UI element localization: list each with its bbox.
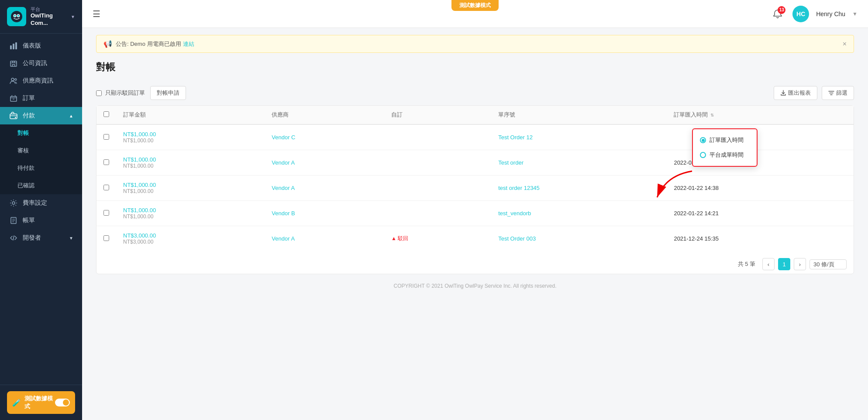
page-1-button[interactable]: 1 bbox=[778, 258, 790, 270]
rejected-filter-label[interactable]: 只顯示駁回訂單 bbox=[105, 89, 145, 97]
th-order-seq: 單序號 bbox=[491, 106, 667, 124]
sidebar-header[interactable]: 平台 OwlTing Com... ▼ bbox=[0, 0, 82, 34]
row-vendor-3[interactable]: Vendor A bbox=[265, 176, 384, 201]
row-order-4[interactable]: test_vendorb bbox=[491, 201, 667, 226]
announcement-close-button[interactable]: × bbox=[843, 40, 847, 48]
row-checkbox-5[interactable] bbox=[96, 226, 116, 251]
topbar-right: 13 HC Henry Chu ▼ bbox=[770, 6, 858, 22]
th-custom: 自訂 bbox=[384, 106, 491, 124]
pagination: 共 5 筆 ‹ 1 › 30 條/頁 50 條/頁 100 條/頁 bbox=[96, 251, 854, 274]
sidebar-item-confirmed[interactable]: 已確認 bbox=[0, 177, 82, 194]
svg-point-12 bbox=[15, 79, 17, 80]
row-order-1[interactable]: Test Order 12 bbox=[491, 124, 667, 150]
page-title: 對帳 bbox=[96, 61, 854, 74]
table-container: 訂單金額 供應商 自訂 單序號 訂單匯入時間 ⇅ bbox=[96, 105, 854, 274]
platform-label: 平台 bbox=[31, 6, 71, 12]
sidebar-item-reconciliation[interactable]: 對帳 bbox=[0, 124, 82, 142]
sort-icon[interactable]: ⇅ bbox=[710, 113, 714, 117]
svg-rect-8 bbox=[10, 61, 17, 66]
svg-rect-10 bbox=[14, 62, 15, 62]
row-order-2[interactable]: Test order bbox=[491, 150, 667, 176]
app-logo bbox=[7, 7, 26, 26]
filter-button[interactable]: 篩選 bbox=[822, 86, 854, 100]
sidebar: 平台 OwlTing Com... ▼ 儀表版 公司資訊 bbox=[0, 0, 82, 420]
row-custom-2 bbox=[384, 150, 491, 176]
row-amount-5: NT$3,000.00 NT$3,000.00 bbox=[116, 226, 265, 251]
sidebar-item-dashboard[interactable]: 儀表版 bbox=[0, 37, 82, 55]
row-vendor-4[interactable]: Vendor B bbox=[265, 201, 384, 226]
sort-option-platform-time[interactable]: 平台成單時間 bbox=[693, 148, 757, 162]
box-icon bbox=[9, 94, 18, 102]
row-checkbox-1[interactable] bbox=[96, 124, 116, 150]
sidebar-item-orders[interactable]: 訂單 bbox=[0, 90, 82, 107]
svg-point-3 bbox=[14, 15, 16, 17]
chevron-down-icon: ▼ bbox=[71, 14, 75, 19]
sidebar-item-review[interactable]: 審核 bbox=[0, 142, 82, 159]
sidebar-item-supplier-label: 供應商資訊 bbox=[23, 77, 53, 85]
wallet-icon bbox=[9, 112, 18, 120]
user-avatar[interactable]: HC bbox=[792, 6, 809, 22]
filter-button-label: 篩選 bbox=[836, 89, 847, 97]
sidebar-item-supplier[interactable]: 供應商資訊 bbox=[0, 72, 82, 90]
user-dropdown-icon[interactable]: ▼ bbox=[852, 11, 858, 17]
th-vendor: 供應商 bbox=[265, 106, 384, 124]
announcement-link[interactable]: 連結 bbox=[183, 40, 194, 48]
sidebar-item-developer-label: 開發者 bbox=[23, 234, 41, 242]
row-custom-5: ▲ 駁回 bbox=[384, 226, 491, 251]
svg-point-16 bbox=[12, 202, 15, 204]
topbar: ☰ 測試數據模式 13 HC Henry Chu ▼ bbox=[82, 0, 868, 28]
nav-sub-payment: 對帳 審核 待付款 已確認 bbox=[0, 124, 82, 194]
main-content: ☰ 測試數據模式 13 HC Henry Chu ▼ 📢 公告: Demo 用電… bbox=[82, 0, 868, 420]
row-vendor-5[interactable]: Vendor A bbox=[265, 226, 384, 251]
th-import-time[interactable]: 訂單匯入時間 ⇅ bbox=[667, 106, 854, 124]
company-name: OwlTing Com... bbox=[31, 12, 71, 27]
test-mode-toggle[interactable]: 🧪 測試數據模式 bbox=[7, 391, 75, 414]
th-checkbox bbox=[96, 106, 116, 124]
row-order-5[interactable]: Test Order 003 bbox=[491, 226, 667, 251]
rejected-filter-checkbox[interactable] bbox=[96, 90, 102, 96]
export-button[interactable]: 匯出報表 bbox=[774, 86, 817, 100]
row-checkbox-3[interactable] bbox=[96, 176, 116, 201]
row-order-3[interactable]: test order 12345 bbox=[491, 176, 667, 201]
menu-icon[interactable]: ☰ bbox=[93, 9, 100, 19]
test-mode-switch[interactable] bbox=[55, 399, 70, 406]
row-amount-1: NT$1,000.00 NT$1,000.00 bbox=[116, 124, 265, 150]
announcement-bar: 📢 公告: Demo 用電商已啟用 連結 × bbox=[96, 35, 854, 53]
announcement-text: 公告: Demo 用電商已啟用 bbox=[116, 40, 181, 48]
data-table: 訂單金額 供應商 自訂 單序號 訂單匯入時間 ⇅ bbox=[96, 106, 854, 251]
svg-rect-5 bbox=[10, 45, 12, 49]
sidebar-item-ledger[interactable]: 帳單 bbox=[0, 212, 82, 229]
select-all-checkbox[interactable] bbox=[103, 111, 109, 117]
row-time-3: 2022-01-22 14:38 bbox=[667, 176, 854, 201]
svg-point-11 bbox=[11, 78, 14, 81]
sidebar-item-fee[interactable]: 費率設定 bbox=[0, 194, 82, 212]
table-header-row: 訂單金額 供應商 自訂 單序號 訂單匯入時間 ⇅ bbox=[96, 106, 854, 124]
sidebar-item-company[interactable]: 公司資訊 bbox=[0, 55, 82, 72]
notification-badge: 13 bbox=[778, 6, 785, 14]
row-time-4: 2022-01-22 14:21 bbox=[667, 201, 854, 226]
notification-button[interactable]: 13 bbox=[770, 6, 785, 22]
test-mode-label: 測試數據模式 bbox=[24, 395, 55, 410]
prev-page-button[interactable]: ‹ bbox=[762, 258, 775, 270]
avatar-initials: HC bbox=[796, 10, 805, 17]
sidebar-item-developer[interactable]: 開發者 ▼ bbox=[0, 229, 82, 247]
row-amount-3: NT$1,000.00 NT$1,000.00 bbox=[116, 176, 265, 201]
row-custom-4 bbox=[384, 201, 491, 226]
row-checkbox-2[interactable] bbox=[96, 150, 116, 176]
row-vendor-2[interactable]: Vendor A bbox=[265, 150, 384, 176]
sort-option-import-time[interactable]: 訂單匯入時間 bbox=[693, 133, 757, 148]
page-footer: COPYRIGHT © 2021 OwlTing OwlPay Service … bbox=[96, 274, 854, 298]
sidebar-item-pending[interactable]: 待付款 bbox=[0, 159, 82, 177]
sidebar-item-payment-label: 付款 bbox=[23, 112, 35, 120]
svg-rect-6 bbox=[13, 44, 14, 49]
reconcile-button[interactable]: 對帳申請 bbox=[150, 86, 186, 100]
sidebar-item-pending-label: 待付款 bbox=[17, 164, 34, 172]
next-page-button[interactable]: › bbox=[794, 258, 806, 270]
sidebar-item-dashboard-label: 儀表版 bbox=[23, 42, 41, 50]
people-icon bbox=[9, 77, 18, 85]
sidebar-item-payment[interactable]: 付款 ▲ bbox=[0, 107, 82, 124]
row-vendor-1[interactable]: Vendor C bbox=[265, 124, 384, 150]
page-size-select[interactable]: 30 條/頁 50 條/頁 100 條/頁 bbox=[809, 259, 847, 269]
user-name[interactable]: Henry Chu bbox=[816, 10, 845, 17]
row-checkbox-4[interactable] bbox=[96, 201, 116, 226]
